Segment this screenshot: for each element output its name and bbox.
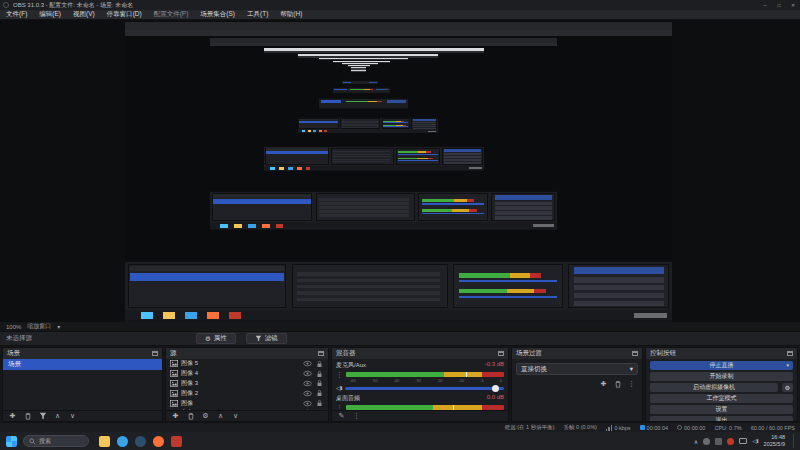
source-properties-gear-button[interactable]: ⚙	[201, 412, 210, 421]
channel-menu-icon[interactable]: ⋮	[336, 371, 343, 378]
speaker-mute-icon[interactable]: ◁𝅛	[336, 384, 342, 392]
captured-obs-window-level-4	[319, 58, 408, 109]
search-placeholder: 搜索	[39, 437, 51, 446]
visibility-eye-icon[interactable]	[303, 370, 312, 378]
lock-icon[interactable]	[315, 360, 324, 368]
mixer-db-readout: 0.0 dB	[487, 394, 504, 403]
network-icon[interactable]	[739, 438, 747, 444]
scene-list-item[interactable]: 场景	[3, 359, 162, 370]
control-button-停止直播[interactable]: 停止直播▾	[650, 361, 793, 371]
start-button-icon[interactable]	[6, 436, 17, 447]
visibility-eye-icon[interactable]	[303, 360, 312, 368]
menu-item-0[interactable]: 文件(F)	[0, 10, 33, 19]
obs-main-window: OBS 31.0.3 - 配置文件: 未命名 - 场景: 未命名 ─ □ ✕ 文…	[0, 0, 800, 450]
virtual-camera-button[interactable]: 启动虚拟摄像机	[650, 383, 778, 393]
dock-popout-icon[interactable]	[787, 351, 793, 356]
source-list-item[interactable]: 图像	[166, 398, 328, 408]
source-name: 文本 (GDI+)	[181, 408, 300, 410]
scenes-toolbar: ✚ ∧ ∨	[3, 410, 162, 421]
move-source-up-button[interactable]: ∧	[216, 412, 225, 421]
lock-icon[interactable]	[315, 399, 324, 407]
lock-icon[interactable]	[315, 389, 324, 397]
tray-icon[interactable]	[715, 438, 722, 445]
add-scene-button[interactable]: ✚	[8, 412, 17, 421]
lock-icon[interactable]	[315, 370, 324, 378]
controls-body: 停止直播▾开始录制启动虚拟摄像机⚙工作室模式设置退出	[646, 359, 797, 421]
lock-icon[interactable]	[315, 409, 324, 410]
transition-selected-value: 直接切换	[521, 365, 547, 374]
taskbar-time: 16:48	[764, 434, 785, 441]
control-button-工作室模式[interactable]: 工作室模式	[650, 394, 793, 404]
control-button-退出[interactable]: 退出	[650, 416, 793, 422]
source-list-item[interactable]: 图像 4	[166, 369, 328, 379]
dock-popout-icon[interactable]	[632, 351, 638, 356]
file-explorer-icon[interactable]	[99, 436, 110, 447]
sources-dock-title: 源	[170, 349, 177, 358]
close-button[interactable]: ✕	[786, 0, 800, 10]
image-source-icon	[170, 379, 178, 387]
dock-popout-icon[interactable]	[498, 351, 504, 356]
preview-canvas[interactable]	[125, 22, 672, 322]
status-bar: 延迟:(在 1 秒后平衡) 丢帧 0 (0.0%) 0 kbps 00:00:0…	[0, 422, 800, 432]
control-button-开始录制[interactable]: 开始录制	[650, 372, 793, 382]
move-source-down-button[interactable]: ∨	[231, 412, 240, 421]
show-desktop-strip[interactable]	[793, 434, 796, 448]
taskbar-clock[interactable]: 16:48 2025/5/9	[764, 434, 785, 447]
scene-filters-icon[interactable]	[38, 412, 47, 421]
remove-source-button[interactable]	[186, 412, 195, 421]
transition-select[interactable]: 直接切换 ▾	[516, 363, 638, 375]
preview-zoom-level[interactable]: 100%	[6, 324, 21, 330]
edge-icon[interactable]	[117, 436, 128, 447]
browser-dark-icon[interactable]	[135, 436, 146, 447]
obs-tray-icon[interactable]	[727, 438, 734, 445]
source-list-item[interactable]: 图像 5	[166, 359, 328, 369]
menu-item-5[interactable]: 场景集合(S)	[194, 10, 241, 19]
speaker-icon[interactable]: ◁𝅛	[752, 437, 758, 445]
obs-red-icon[interactable]	[171, 436, 182, 447]
image-source-icon	[170, 370, 178, 378]
dock-popout-icon[interactable]	[152, 351, 158, 356]
volume-slider[interactable]	[345, 387, 504, 390]
visibility-eye-icon[interactable]	[303, 409, 312, 410]
menu-bar: 文件(F)编辑(E)视图(V)停靠窗口(D)配置文件(P)场景集合(S)工具(T…	[0, 10, 800, 20]
source-list-item[interactable]: 图像 3	[166, 379, 328, 389]
channel-menu-icon[interactable]: ⋮	[336, 404, 343, 410]
mic-tray-icon[interactable]	[703, 438, 710, 445]
menu-item-3[interactable]: 停靠窗口(D)	[101, 10, 148, 19]
mixer-menu-icon[interactable]: ⋮	[352, 412, 361, 421]
menu-item-7[interactable]: 帮助(H)	[274, 10, 308, 19]
preview-zoom-mode[interactable]: 缩放窗口	[27, 322, 51, 331]
remove-transition-button[interactable]	[613, 379, 622, 388]
remove-scene-button[interactable]	[23, 412, 32, 421]
advanced-audio-icon[interactable]: ✎	[337, 412, 346, 421]
captured-obs-window-level-2	[264, 48, 485, 171]
controls-dock-header: 控制按钮	[646, 348, 797, 359]
source-name: 图像 2	[181, 389, 300, 398]
taskbar-app-icons	[99, 436, 182, 447]
menu-item-2[interactable]: 视图(V)	[67, 10, 101, 19]
tray-chevron-up-icon[interactable]: ∧	[694, 438, 698, 445]
transition-properties-icon[interactable]: ⋮	[627, 379, 636, 388]
menu-item-4[interactable]: 配置文件(P)	[148, 10, 195, 19]
maximize-button[interactable]: □	[772, 0, 786, 10]
add-transition-button[interactable]: ✚	[599, 379, 608, 388]
source-list-item[interactable]: A文本 (GDI+)	[166, 408, 328, 410]
source-list-item[interactable]: 图像 2	[166, 388, 328, 398]
visibility-eye-icon[interactable]	[303, 379, 312, 387]
visibility-eye-icon[interactable]	[303, 389, 312, 397]
menu-item-6[interactable]: 工具(T)	[241, 10, 274, 19]
taskbar-search-input[interactable]: 搜索	[23, 435, 89, 447]
menu-item-1[interactable]: 编辑(E)	[33, 10, 67, 19]
source-filters-button[interactable]: 滤镜	[246, 333, 287, 344]
dock-popout-icon[interactable]	[318, 351, 324, 356]
move-scene-up-button[interactable]: ∧	[53, 412, 62, 421]
move-scene-down-button[interactable]: ∨	[68, 412, 77, 421]
control-button-设置[interactable]: 设置	[650, 405, 793, 415]
add-source-button[interactable]: ✚	[171, 412, 180, 421]
virtual-camera-config-button[interactable]: ⚙	[782, 383, 793, 393]
minimize-button[interactable]: ─	[758, 0, 772, 10]
source-properties-button[interactable]: ⚙ 属性	[196, 333, 236, 344]
visibility-eye-icon[interactable]	[303, 399, 312, 407]
firefox-icon[interactable]	[153, 436, 164, 447]
lock-icon[interactable]	[315, 379, 324, 387]
